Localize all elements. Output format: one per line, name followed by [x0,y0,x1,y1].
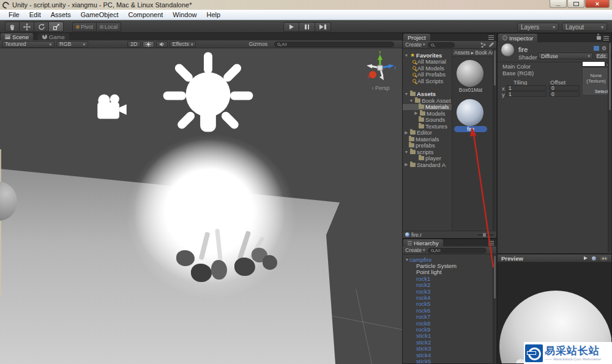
hierarchy-item-campfire[interactable]: ▼campfire [403,256,493,262]
scale-tool-button[interactable] [49,21,64,32]
hierarchy-item[interactable]: stick5 [403,358,493,363]
help-book-icon[interactable] [594,46,599,51]
hierarchy-create-button[interactable]: Create [403,247,428,253]
axis-z-cone[interactable] [389,64,394,69]
hierarchy-item[interactable]: stick4 [403,352,493,358]
local-toggle[interactable]: Local [97,22,121,32]
hierarchy-search-input[interactable]: All [428,248,487,253]
vcs-icon[interactable] [480,42,486,48]
menu-edit[interactable]: Edit [24,10,46,20]
rgb-dropdown[interactable]: RGB [56,41,88,48]
pencil-icon[interactable] [488,42,494,48]
asset-label-fire[interactable]: fire [454,126,487,132]
perspective-toggle[interactable]: ‹ Persp [359,85,402,91]
camera-gizmo-icon[interactable] [92,92,132,125]
folder-player[interactable]: player [403,155,452,162]
menu-assets[interactable]: Assets [46,10,76,20]
folder-prefabs[interactable]: prefabs [403,143,452,149]
window-titlebar[interactable]: Unity - script.unity - xiangmu - PC, Mac… [0,0,612,10]
project-scrollbar[interactable] [493,49,496,231]
menu-file[interactable]: File [4,10,24,20]
main-color-swatch[interactable] [582,61,605,67]
pivot-toggle[interactable]: Pivot [72,22,97,32]
hierarchy-item[interactable]: stick3 [403,345,493,351]
hierarchy-scrollbar[interactable] [493,254,496,363]
hierarchy-item[interactable]: rock6 [403,307,493,313]
axis-x-handle[interactable] [369,71,376,78]
hierarchy-item[interactable]: rock3 [403,288,493,294]
asset-thumbnail-fire[interactable] [457,99,483,126]
preview-light-icon[interactable] [592,256,596,261]
lock-icon[interactable] [597,36,601,40]
hierarchy-item[interactable]: rock4 [403,294,493,300]
panel-menu-icon[interactable] [603,36,609,40]
folder-editor[interactable]: ▶Editor [403,130,452,136]
shader-dropdown[interactable]: Diffuse ▾ [538,53,593,59]
folder-scripts[interactable]: ▼scripts [403,149,452,155]
menu-window[interactable]: Window [168,10,201,20]
panel-menu-icon[interactable] [488,35,494,40]
menu-component[interactable]: Component [123,10,168,20]
scene-search-input[interactable]: All [274,42,394,47]
folder-materials-selected[interactable]: Materials [403,104,452,111]
audio-toggle[interactable] [156,41,168,48]
tab-game[interactable]: Game [38,33,69,40]
hierarchy-item[interactable]: stick2 [403,339,493,345]
inspector-scrollbar[interactable] [608,42,611,252]
tab-inspector[interactable]: i Inspector [498,34,537,42]
folder-materials2[interactable]: Materials [403,136,452,143]
tab-hierarchy[interactable]: Hierarchy [403,239,443,247]
preview-mode-icon[interactable] [600,256,608,261]
hierarchy-item[interactable]: rock2 [403,282,493,288]
pause-button[interactable] [299,22,315,32]
breadcrumb[interactable]: Assets ▸ Book Asse [452,49,493,56]
panel-menu-icon[interactable] [488,241,494,245]
light-gizmo-icon[interactable] [162,51,254,150]
offset-x-input[interactable]: 0 [549,85,580,91]
layout-dropdown[interactable]: Layout [562,23,607,31]
axis-y-cone[interactable] [378,54,382,60]
2d-toggle[interactable]: 2D [127,41,141,48]
favorite-all-models[interactable]: All Models [403,65,452,72]
folder-models[interactable]: ▶Models [403,110,452,117]
close-button[interactable] [585,0,610,8]
select-texture-button[interactable]: Select [595,89,608,94]
layers-dropdown[interactable]: Layers [517,23,559,31]
project-create-button[interactable]: Create [403,42,428,48]
menu-gameobject[interactable]: GameObject [76,10,124,20]
tab-scene[interactable]: Scene [1,33,33,40]
assets-root[interactable]: ▼ Assets [403,91,452,98]
gizmos-dropdown[interactable]: Gizmos [248,41,271,48]
favorite-all-material[interactable]: All Material [403,59,452,65]
maximize-button[interactable] [567,0,584,8]
tiling-x-input[interactable]: 1 [506,85,547,91]
hierarchy-item[interactable]: Point light [403,269,493,275]
preview-play-icon[interactable] [584,256,588,260]
favorite-all-prefabs[interactable]: All Prefabs [403,72,452,78]
hierarchy-item[interactable]: rock7 [403,314,493,320]
rotate-tool-button[interactable] [34,21,49,32]
gear-icon[interactable]: ⚙ [602,45,606,51]
menu-help[interactable]: Help [201,10,225,20]
tiling-y-input[interactable]: 1 [506,91,547,97]
folder-textures[interactable]: Textures [403,123,452,130]
step-button[interactable] [315,22,331,32]
hierarchy-item[interactable]: rock1 [403,275,493,281]
favorites-root[interactable]: ▼★ Favorites [403,52,452,59]
render-mode-dropdown[interactable]: Textured [2,41,54,48]
hand-tool-button[interactable] [5,21,20,32]
asset-thumbnail-box01mat[interactable] [457,60,483,87]
minimize-button[interactable] [550,0,567,8]
hierarchy-item[interactable]: rock5 [403,301,493,307]
tab-project[interactable]: Project [403,34,430,41]
hierarchy-item[interactable]: stick1 [403,333,493,339]
asset-label-box01mat[interactable]: Box01Mat [452,87,489,93]
folder-book-asset[interactable]: ▼Book Asset [403,97,452,104]
folder-standard-assets[interactable]: ▶Standard A [403,162,452,168]
preview-header[interactable]: Preview [498,254,611,262]
folder-sounds[interactable]: Sounds [403,117,452,124]
axis-cone[interactable] [367,64,372,69]
scene-orientation-gizmo[interactable]: y z x [362,50,398,85]
texture-slot[interactable]: None (Texture) Select [582,67,610,95]
hierarchy-item[interactable]: rock8 [403,320,493,326]
